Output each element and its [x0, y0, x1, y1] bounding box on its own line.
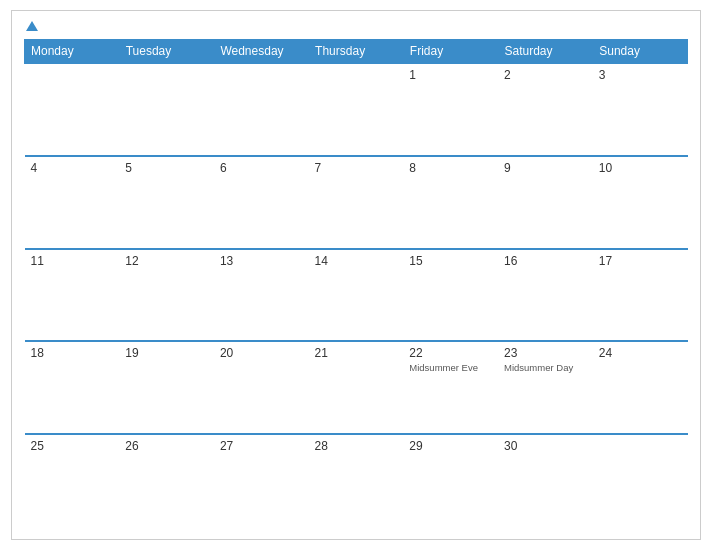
day-number: 17 — [599, 254, 682, 268]
calendar-cell: 22Midsummer Eve — [403, 341, 498, 434]
calendar-cell: 26 — [119, 434, 214, 527]
day-number: 6 — [220, 161, 303, 175]
calendar-cell: 4 — [25, 156, 120, 249]
calendar-table: MondayTuesdayWednesdayThursdayFridaySatu… — [24, 39, 688, 527]
day-number: 18 — [31, 346, 114, 360]
calendar-cell — [25, 63, 120, 156]
day-number: 23 — [504, 346, 587, 360]
day-number: 22 — [409, 346, 492, 360]
calendar-cell: 20 — [214, 341, 309, 434]
day-number: 19 — [125, 346, 208, 360]
day-number: 20 — [220, 346, 303, 360]
calendar-cell: 30 — [498, 434, 593, 527]
day-number: 16 — [504, 254, 587, 268]
calendar-cell: 21 — [309, 341, 404, 434]
calendar-week-row: 45678910 — [25, 156, 688, 249]
day-number: 8 — [409, 161, 492, 175]
calendar-cell: 28 — [309, 434, 404, 527]
calendar-cell: 14 — [309, 249, 404, 342]
calendar-cell: 18 — [25, 341, 120, 434]
day-number: 30 — [504, 439, 587, 453]
day-number: 28 — [315, 439, 398, 453]
day-of-week-saturday: Saturday — [498, 40, 593, 64]
day-of-week-wednesday: Wednesday — [214, 40, 309, 64]
calendar-cell: 15 — [403, 249, 498, 342]
day-number: 3 — [599, 68, 682, 82]
calendar-cell — [593, 434, 688, 527]
day-number: 14 — [315, 254, 398, 268]
event-label: Midsummer Eve — [409, 362, 492, 373]
day-of-week-thursday: Thursday — [309, 40, 404, 64]
calendar-week-row: 11121314151617 — [25, 249, 688, 342]
calendar-cell: 25 — [25, 434, 120, 527]
event-label: Midsummer Day — [504, 362, 587, 373]
day-number: 1 — [409, 68, 492, 82]
day-header-row: MondayTuesdayWednesdayThursdayFridaySatu… — [25, 40, 688, 64]
calendar-cell: 1 — [403, 63, 498, 156]
day-number: 7 — [315, 161, 398, 175]
calendar-cell — [214, 63, 309, 156]
calendar-cell: 10 — [593, 156, 688, 249]
day-number: 2 — [504, 68, 587, 82]
calendar-cell — [119, 63, 214, 156]
day-number: 5 — [125, 161, 208, 175]
calendar-cell: 27 — [214, 434, 309, 527]
day-number: 10 — [599, 161, 682, 175]
day-number: 21 — [315, 346, 398, 360]
day-of-week-monday: Monday — [25, 40, 120, 64]
calendar-cell: 16 — [498, 249, 593, 342]
day-of-week-tuesday: Tuesday — [119, 40, 214, 64]
calendar-cell: 3 — [593, 63, 688, 156]
calendar-cell: 17 — [593, 249, 688, 342]
calendar-cell: 29 — [403, 434, 498, 527]
calendar-cell: 12 — [119, 249, 214, 342]
day-number: 25 — [31, 439, 114, 453]
calendar-cell: 6 — [214, 156, 309, 249]
calendar-cell: 19 — [119, 341, 214, 434]
calendar-cell: 7 — [309, 156, 404, 249]
logo — [24, 21, 38, 31]
day-number: 29 — [409, 439, 492, 453]
calendar-cell: 9 — [498, 156, 593, 249]
day-number: 4 — [31, 161, 114, 175]
calendar-cell: 24 — [593, 341, 688, 434]
calendar-wrapper: MondayTuesdayWednesdayThursdayFridaySatu… — [11, 10, 701, 540]
day-number: 9 — [504, 161, 587, 175]
day-of-week-sunday: Sunday — [593, 40, 688, 64]
day-number: 15 — [409, 254, 492, 268]
calendar-cell: 13 — [214, 249, 309, 342]
calendar-week-row: 252627282930 — [25, 434, 688, 527]
day-number: 26 — [125, 439, 208, 453]
calendar-cell: 11 — [25, 249, 120, 342]
day-number: 24 — [599, 346, 682, 360]
day-number: 13 — [220, 254, 303, 268]
calendar-header — [24, 21, 688, 31]
day-number: 12 — [125, 254, 208, 268]
calendar-cell: 5 — [119, 156, 214, 249]
day-number: 27 — [220, 439, 303, 453]
logo-triangle-icon — [26, 21, 38, 31]
calendar-cell — [309, 63, 404, 156]
calendar-cell: 23Midsummer Day — [498, 341, 593, 434]
calendar-cell: 8 — [403, 156, 498, 249]
calendar-week-row: 1819202122Midsummer Eve23Midsummer Day24 — [25, 341, 688, 434]
day-number: 11 — [31, 254, 114, 268]
calendar-cell: 2 — [498, 63, 593, 156]
day-of-week-friday: Friday — [403, 40, 498, 64]
calendar-week-row: 123 — [25, 63, 688, 156]
